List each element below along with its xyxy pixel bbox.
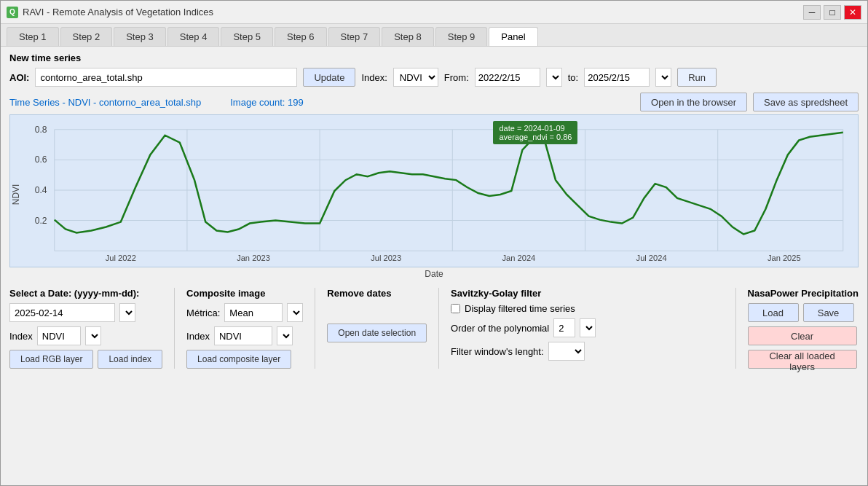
chart-title: Time Series - NDVI - contorno_area_total… — [9, 97, 201, 108]
svg-text:Jan 2024: Jan 2024 — [502, 254, 536, 262]
remove-dates-section: Remove dates Open date selection — [327, 288, 427, 369]
window-controls: ─ □ ✕ — [803, 5, 861, 20]
svg-text:0.4: 0.4 — [35, 185, 47, 195]
chart-svg: 0.8 0.6 0.4 0.2 NDVI Jul 2022 Jan 2023 J… — [10, 115, 858, 267]
clear-button[interactable]: Clear — [748, 326, 857, 345]
separator-4 — [735, 288, 736, 369]
date-input[interactable] — [9, 303, 115, 322]
metrica-label: Métrica: — [186, 307, 220, 318]
date-input-row — [9, 303, 162, 322]
display-filtered-label: Display filtered time series — [465, 303, 575, 314]
bottom-panel: Select a Date: (yyyy-mm-dd): Index Load … — [9, 288, 859, 369]
svg-text:0.8: 0.8 — [35, 125, 47, 135]
open-browser-button[interactable]: Open in the browser — [640, 93, 747, 111]
composite-index-dropdown[interactable] — [277, 326, 293, 345]
composite-index-row: Index — [186, 326, 303, 345]
clear-all-row: Clear all loaded layers — [748, 350, 859, 369]
main-content: New time series AOI: Update Index: NDVI … — [1, 47, 867, 485]
chart-actions: Open in the browser Save as spredsheet — [640, 93, 859, 111]
svg-text:Jul 2022: Jul 2022 — [106, 254, 136, 262]
tabs-bar: Step 1 Step 2 Step 3 Step 4 Step 5 Step … — [1, 24, 867, 47]
svg-text:Jul 2024: Jul 2024 — [636, 254, 667, 262]
index-label-bottom: Index — [9, 331, 33, 342]
load-buttons-row: Load RGB layer Load index — [9, 350, 162, 369]
tab-panel[interactable]: Panel — [489, 27, 537, 46]
open-date-selection-button[interactable]: Open date selection — [327, 324, 427, 342]
separator-2 — [315, 288, 315, 369]
tab-step9[interactable]: Step 9 — [435, 27, 488, 46]
svg-text:Jan 2023: Jan 2023 — [237, 254, 270, 262]
order-dropdown[interactable] — [580, 318, 596, 337]
svg-text:0.2: 0.2 — [35, 216, 47, 226]
filter-window-dropdown[interactable] — [548, 342, 585, 361]
run-button[interactable]: Run — [677, 68, 717, 87]
tab-step4[interactable]: Step 4 — [167, 27, 220, 46]
metrica-dropdown[interactable] — [287, 303, 303, 322]
svg-text:NDVI: NDVI — [11, 184, 21, 205]
date-dropdown[interactable] — [119, 303, 135, 322]
composite-title: Composite image — [186, 288, 303, 299]
chart-info: Time Series - NDVI - contorno_area_total… — [9, 97, 304, 108]
maximize-button[interactable]: □ — [824, 5, 841, 20]
load-rgb-button[interactable]: Load RGB layer — [9, 350, 93, 369]
aoi-row: AOI: Update Index: NDVI EVI SAVI From: t… — [9, 68, 859, 87]
nasa-save-button[interactable]: Save — [803, 303, 854, 322]
svg-text:Jan 2025: Jan 2025 — [768, 254, 801, 262]
tab-step8[interactable]: Step 8 — [382, 27, 434, 46]
update-button[interactable]: Update — [303, 68, 355, 87]
aoi-input[interactable] — [35, 68, 297, 87]
date-select-label: Select a Date: (yyyy-mm-dd): — [9, 288, 162, 299]
x-axis-label: Date — [9, 269, 859, 279]
clear-all-button[interactable]: Clear all loaded layers — [748, 350, 857, 369]
svg-text:0.6: 0.6 — [35, 154, 47, 165]
save-spreadsheet-button[interactable]: Save as spredsheet — [753, 93, 859, 111]
index-value-input[interactable] — [37, 326, 81, 345]
remove-dates-label: Remove dates — [327, 288, 427, 299]
app-icon: Q — [7, 7, 18, 18]
load-composite-button[interactable]: Load composite layer — [186, 350, 291, 369]
chart-header: Time Series - NDVI - contorno_area_total… — [9, 93, 859, 111]
to-input[interactable] — [584, 68, 650, 87]
index-dropdown-bottom[interactable] — [85, 326, 101, 345]
tab-step2[interactable]: Step 2 — [60, 27, 113, 46]
from-arrow[interactable] — [546, 68, 562, 87]
tab-step3[interactable]: Step 3 — [114, 27, 166, 46]
metrica-input[interactable] — [224, 303, 283, 322]
savitzky-title: Savitzky-Golay filter — [451, 288, 723, 299]
svg-text:Jul 2023: Jul 2023 — [371, 254, 401, 262]
nasa-title: NasaPower Precipitation — [748, 288, 859, 299]
image-count: Image count: 199 — [230, 97, 303, 108]
tab-step5[interactable]: Step 5 — [221, 27, 273, 46]
open-date-row: Open date selection — [327, 324, 427, 342]
tab-step7[interactable]: Step 7 — [328, 27, 381, 46]
to-arrow[interactable] — [655, 68, 671, 87]
display-filtered-checkbox[interactable] — [451, 304, 460, 313]
savitzky-section: Savitzky-Golay filter Display filtered t… — [451, 288, 723, 369]
nasa-load-button[interactable]: Load — [748, 303, 799, 322]
load-composite-row: Load composite layer — [186, 350, 303, 369]
chart-area: 0.8 0.6 0.4 0.2 NDVI Jul 2022 Jan 2023 J… — [9, 114, 859, 267]
date-selection-section: Select a Date: (yyyy-mm-dd): Index Load … — [9, 288, 162, 369]
close-button[interactable]: ✕ — [844, 5, 861, 20]
from-input[interactable] — [475, 68, 540, 87]
order-row: Order of the polynomial — [451, 318, 723, 337]
order-input[interactable] — [553, 318, 575, 337]
from-label: From: — [444, 72, 469, 83]
composite-section: Composite image Métrica: Index Load comp… — [186, 288, 303, 369]
tab-step1[interactable]: Step 1 — [7, 27, 59, 46]
filter-window-row: Filter window's lenght: — [451, 342, 723, 361]
index-select[interactable]: NDVI EVI SAVI — [393, 68, 438, 87]
window-title: RAVI - Remote Analysis of Vegetation Ind… — [23, 7, 803, 17]
separator-1 — [174, 288, 175, 369]
metrica-row: Métrica: — [186, 303, 303, 322]
index-input-row: Index — [9, 326, 162, 345]
load-index-button[interactable]: Load index — [98, 350, 162, 369]
nasa-load-save-row: Load Save — [748, 303, 859, 322]
composite-index-input[interactable] — [214, 326, 272, 345]
filter-window-label: Filter window's lenght: — [451, 346, 543, 357]
separator-3 — [438, 288, 439, 369]
tab-step6[interactable]: Step 6 — [275, 27, 327, 46]
index-row: Index: NDVI EVI SAVI — [361, 68, 438, 87]
minimize-button[interactable]: ─ — [803, 5, 821, 20]
order-label: Order of the polynomial — [451, 323, 549, 334]
